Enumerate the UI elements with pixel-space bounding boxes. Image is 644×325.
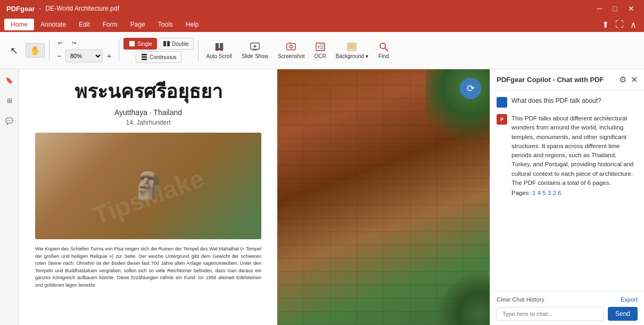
zoom-row: − 80% 100% 125% 150% +	[54, 50, 114, 62]
ai-message: P This PDF talks about different archite…	[497, 114, 638, 196]
ocr-button[interactable]: T OCR	[311, 39, 330, 61]
zoom-in-button[interactable]: +	[104, 50, 114, 62]
pdf-thai-title: พระนครศรีอยุธยา	[35, 80, 261, 103]
svg-rect-12	[254, 50, 255, 51]
menu-edit[interactable]: Edit	[72, 19, 96, 30]
find-icon	[378, 42, 389, 52]
svg-rect-0	[129, 41, 135, 46]
sidebar-bookmark[interactable]: 🔖	[2, 74, 16, 87]
app-logo: PDFgear	[6, 5, 35, 13]
document-title: DE-World Architecture.pdf	[45, 5, 119, 12]
zoom-select[interactable]: 80% 100% 125% 150%	[65, 50, 103, 62]
chat-actions: Clear Chat History Export	[497, 296, 638, 303]
background-icon	[346, 42, 357, 52]
autoscroll-button[interactable]: Auto Scroll	[203, 39, 236, 61]
undo-button[interactable]: ↩	[54, 38, 67, 47]
chat-footer: Clear Chat History Export Send	[490, 291, 644, 325]
hand-tool-group: ✋	[26, 43, 45, 58]
continuous-view-button[interactable]: Continuous	[136, 51, 181, 63]
svg-rect-22	[349, 44, 356, 49]
pdf-date: 14. Jahrhundert	[35, 119, 261, 126]
minimize-button[interactable]: ─	[594, 3, 606, 14]
page-link-2[interactable]: 2	[552, 190, 556, 196]
continuous-icon	[141, 53, 148, 61]
double-icon	[163, 40, 170, 47]
background-button[interactable]: Background ▾	[332, 39, 372, 61]
pdf-right-content: ⟳	[277, 69, 490, 325]
svg-point-14	[290, 45, 292, 48]
chat-settings-icon[interactable]: ⚙	[619, 75, 626, 85]
hand-button[interactable]: ✋	[26, 43, 45, 58]
chat-messages: What does this PDF talk about? P This PD…	[490, 91, 644, 291]
share-icon[interactable]: ⬆	[599, 19, 612, 31]
autoscroll-label: Auto Scroll	[207, 53, 232, 59]
screenshot-button[interactable]: Screenshot	[274, 39, 309, 61]
page-link-1[interactable]: 1	[532, 190, 535, 196]
brick-wall-image	[277, 69, 490, 325]
double-label: Double	[172, 41, 189, 47]
foliage-bottom	[436, 272, 490, 325]
view-mode-bottom: Continuous	[123, 51, 194, 63]
user-avatar	[497, 97, 507, 108]
svg-rect-4	[142, 56, 147, 58]
ocr-label: OCR	[315, 53, 326, 59]
sidebar-thumbnail[interactable]: ⊞	[4, 94, 15, 108]
chat-header: PDFgear Copilot - Chat with PDF ⚙ ✕	[490, 69, 644, 91]
menu-form[interactable]: Form	[96, 19, 124, 30]
page-link-4[interactable]: 4	[538, 190, 541, 196]
fullscreen-icon[interactable]: ⛶	[612, 19, 627, 30]
redo-button[interactable]: ↪	[68, 38, 80, 47]
window-controls: ─ □ ✕	[594, 3, 638, 14]
refresh-overlay-button[interactable]: ⟳	[460, 78, 481, 99]
svg-line-24	[385, 48, 387, 51]
autoscroll-icon	[214, 42, 225, 52]
single-icon	[128, 40, 136, 47]
screenshot-group: Screenshot	[274, 39, 309, 61]
pages-line: Pages: 1 4 5 3 2 6	[511, 190, 638, 196]
chat-input[interactable]	[497, 307, 604, 321]
close-button[interactable]: ✕	[625, 3, 638, 14]
sidebar-comment[interactable]: 💬	[2, 114, 16, 128]
clear-history-button[interactable]: Clear Chat History	[497, 296, 544, 303]
pdf-subtitle: Ayutthaya · Thailand	[35, 108, 261, 117]
menu-page[interactable]: Page	[124, 19, 152, 30]
cursor-button[interactable]: ↖	[4, 43, 23, 59]
toolbar: ↖ ✋ ↩ ↪ − 80% 100% 125% 150% + Single	[0, 32, 644, 69]
chat-header-icons: ⚙ ✕	[619, 75, 638, 85]
page-link-3[interactable]: 3	[548, 190, 551, 196]
page-link-6[interactable]: 6	[558, 190, 561, 196]
send-button[interactable]: Send	[608, 307, 638, 321]
pdf-page: พระนครศรีอยุธยา Ayutthaya · Thailand 14.…	[19, 69, 490, 325]
single-view-button[interactable]: Single	[123, 38, 157, 50]
find-button[interactable]: Find	[374, 39, 393, 61]
menu-annotate[interactable]: Annotate	[34, 19, 72, 30]
maximize-button[interactable]: □	[610, 3, 621, 14]
export-button[interactable]: Export	[621, 296, 638, 303]
menu-home[interactable]: Home	[4, 19, 34, 30]
double-view-button[interactable]: Double	[158, 38, 194, 50]
find-group: Find	[374, 39, 393, 61]
pdf-left-content: พระนครศรีอยุธยา Ayutthaya · Thailand 14.…	[19, 69, 277, 325]
file-name: -	[39, 5, 41, 12]
pdf-body-text: Wie Kopien des Schiefen Turms von Pisa n…	[35, 246, 261, 289]
menu-help[interactable]: Help	[179, 19, 205, 30]
menu-tools[interactable]: Tools	[152, 19, 179, 30]
slideshow-button[interactable]: Slide Show	[238, 39, 272, 61]
page-link-5[interactable]: 5	[542, 190, 546, 196]
slideshow-label: Slide Show	[242, 53, 268, 59]
screenshot-icon	[286, 42, 296, 52]
background-group: Background ▾	[332, 39, 372, 61]
zoom-out-button[interactable]: −	[54, 50, 64, 62]
collapse-icon[interactable]: ∧	[627, 19, 640, 31]
title-bar: PDFgear - DE-World Architecture.pdf ─ □ …	[0, 0, 644, 17]
chat-panel: PDFgear Copilot - Chat with PDF ⚙ ✕ What…	[490, 69, 644, 325]
buddha-placeholder: 🗿	[35, 133, 261, 239]
chat-close-icon[interactable]: ✕	[631, 75, 638, 85]
divider-3	[198, 40, 199, 61]
title-bar-left: PDFgear - DE-World Architecture.pdf	[6, 5, 119, 13]
user-message: What does this PDF talk about?	[497, 97, 638, 108]
cursor-tool-group: ↖	[4, 43, 23, 59]
ocr-group: T OCR	[311, 39, 330, 61]
chat-input-row: Send	[497, 307, 638, 321]
undo-redo-row: ↩ ↪	[54, 38, 114, 47]
